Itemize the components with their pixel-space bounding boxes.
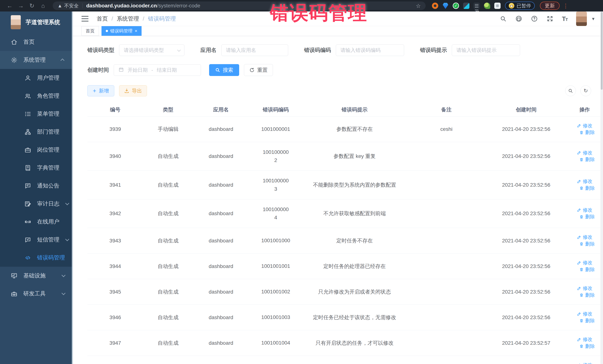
avatar-dropdown-caret-icon[interactable]: ▾ bbox=[592, 16, 594, 22]
back-icon[interactable]: ← bbox=[5, 2, 14, 9]
sidebar-item[interactable]: 角色管理 bbox=[0, 87, 73, 105]
sidebar-item[interactable]: 岗位管理 bbox=[0, 141, 73, 159]
col-hint: 错误码提示 bbox=[303, 103, 406, 116]
delete-link[interactable]: 删除 bbox=[579, 213, 595, 220]
sidebar-item[interactable]: 错误码管理 bbox=[0, 249, 73, 267]
search-icon[interactable] bbox=[500, 15, 507, 22]
filter-row-2: 创建时间 开始日期 - 结束日期 搜索 重置 bbox=[87, 64, 591, 76]
filter-time-label: 创建时间 bbox=[87, 66, 109, 74]
hamburger-icon[interactable] bbox=[81, 16, 89, 22]
sidebar-item[interactable]: 部门管理 bbox=[0, 123, 73, 141]
edit-link[interactable]: 修改 bbox=[577, 285, 592, 292]
address-bar[interactable]: ▲ 不安全 dashboard.yudao.iocoder.cn /system… bbox=[53, 1, 426, 10]
tab-error-code[interactable]: 错误码管理 × bbox=[102, 26, 141, 36]
extension-green-check-icon[interactable]: ✓ bbox=[453, 3, 459, 9]
delete-link[interactable]: 删除 bbox=[579, 241, 595, 247]
forward-icon[interactable]: → bbox=[16, 2, 26, 9]
sidebar-item[interactable]: 研发工具 bbox=[0, 285, 73, 303]
delete-link[interactable]: 删除 bbox=[579, 266, 595, 273]
add-button[interactable]: + 新增 bbox=[87, 85, 114, 96]
cell-hint: 定时任务的处理器已经存在 bbox=[303, 254, 406, 279]
sidebar-item[interactable]: 短信管理 bbox=[0, 231, 73, 249]
sidebar-item-label: 岗位管理 bbox=[37, 146, 59, 154]
sidebar-item-label: 审计日志 bbox=[37, 200, 59, 208]
sidebar-item[interactable]: 首页 bbox=[0, 33, 73, 51]
error-code-input[interactable]: 请输入错误码编码 bbox=[336, 44, 404, 56]
sidebar-item[interactable]: 审计日志 bbox=[0, 195, 73, 213]
extension-blue-drop-icon[interactable] bbox=[442, 3, 449, 9]
reload-icon[interactable]: ↻ bbox=[27, 2, 37, 9]
sidebar-item[interactable]: 基础设施 bbox=[0, 267, 73, 285]
extension-key-icon[interactable] bbox=[484, 3, 490, 9]
edit-link[interactable]: 修改 bbox=[577, 150, 592, 156]
search-button[interactable]: 搜索 bbox=[209, 64, 239, 76]
delete-link[interactable]: 删除 bbox=[579, 185, 595, 191]
sidebar-item[interactable]: 通知公告 bbox=[0, 177, 73, 195]
error-hint-input[interactable]: 请输入错误码提示 bbox=[452, 44, 520, 56]
cell-time: 2021-04-20 23:52:56 bbox=[486, 254, 566, 279]
edit-link[interactable]: 修改 bbox=[577, 336, 592, 343]
github-icon[interactable] bbox=[515, 15, 522, 22]
paused-extension-pill[interactable]: 已暂停 bbox=[505, 2, 535, 10]
cell-id: 3946 bbox=[87, 305, 143, 330]
browser-menu-kebab-icon[interactable]: ⋮ bbox=[563, 3, 568, 9]
export-button[interactable]: 导出 bbox=[119, 85, 147, 96]
bookmark-star-icon[interactable]: ☆ bbox=[416, 3, 421, 9]
cell-id: 3943 bbox=[87, 228, 143, 254]
edit-link[interactable]: 修改 bbox=[577, 122, 592, 129]
scrollbar-thumb[interactable] bbox=[601, 12, 603, 90]
sidebar-scrollbar[interactable] bbox=[72, 11, 73, 364]
filter-type-label: 错误码类型 bbox=[87, 46, 114, 54]
sidebar-item[interactable]: 在线用户 bbox=[0, 213, 73, 231]
delete-link[interactable]: 删除 bbox=[579, 318, 595, 324]
sidebar-item-label: 通知公告 bbox=[37, 182, 59, 190]
cell-type: 自动生成 bbox=[143, 199, 193, 228]
reset-button[interactable]: 重置 bbox=[244, 64, 273, 76]
cell-hint: 不允许获取敏感配置到前端 bbox=[303, 199, 406, 228]
window-scrollbar[interactable] bbox=[600, 11, 603, 364]
delete-link[interactable]: 删除 bbox=[579, 156, 595, 163]
error-type-select[interactable]: 请选择错误码类型 bbox=[119, 44, 185, 56]
logo-row[interactable]: 芋道管理系统 bbox=[0, 11, 73, 33]
breadcrumb-home[interactable]: 首页 bbox=[97, 15, 108, 22]
browser-update-button[interactable]: 更新 bbox=[540, 2, 560, 10]
cell-code: 1001001002 bbox=[249, 279, 303, 305]
cell-time: 2021-04-20 23:52:56 bbox=[486, 142, 566, 171]
fullscreen-icon[interactable] bbox=[546, 15, 554, 22]
sidebar-item[interactable]: 系统管理 bbox=[0, 51, 73, 69]
tab-close-icon[interactable]: × bbox=[135, 29, 137, 33]
delete-link[interactable]: 删除 bbox=[579, 292, 595, 298]
extension-list-icon[interactable]: on bbox=[474, 3, 480, 9]
breadcrumb-system[interactable]: 系统管理 bbox=[117, 15, 139, 22]
user-avatar[interactable] bbox=[576, 11, 587, 26]
sidebar-item[interactable]: 用户管理 bbox=[0, 69, 73, 87]
org-tree-icon bbox=[24, 129, 31, 135]
sidebar-item-label: 研发工具 bbox=[23, 290, 46, 298]
table-refresh-icon[interactable]: ↻ bbox=[580, 86, 591, 96]
delete-link[interactable]: 删除 bbox=[579, 343, 595, 350]
cell-id: 3948 bbox=[87, 356, 143, 364]
edit-link[interactable]: 修改 bbox=[577, 178, 592, 185]
cell-remark bbox=[406, 254, 486, 279]
app-name-input[interactable]: 请输入应用名 bbox=[221, 44, 288, 56]
edit-link[interactable]: 修改 bbox=[577, 259, 592, 266]
extensions-puzzle-icon[interactable] bbox=[494, 3, 500, 9]
edit-link[interactable]: 修改 bbox=[577, 207, 592, 213]
sidebar-item[interactable]: 字典管理 bbox=[0, 159, 73, 177]
cell-time: 2021-04-20 23:52:56 bbox=[486, 228, 566, 254]
table-search-toggle-icon[interactable] bbox=[565, 86, 576, 96]
cell-actions: 修改 删除 bbox=[566, 356, 603, 364]
edit-link[interactable]: 修改 bbox=[577, 311, 592, 317]
date-range-picker[interactable]: 开始日期 - 结束日期 bbox=[114, 64, 201, 76]
home-nav-icon[interactable]: ⌂ bbox=[38, 2, 48, 9]
sidebar-item[interactable]: 菜单管理 bbox=[0, 105, 73, 123]
extension-grid-icon[interactable] bbox=[463, 3, 469, 9]
tab-home[interactable]: 首页 bbox=[81, 26, 99, 36]
delete-link[interactable]: 删除 bbox=[579, 129, 595, 136]
help-icon[interactable] bbox=[531, 15, 538, 22]
font-size-icon[interactable]: TT bbox=[562, 15, 568, 22]
cell-app: dashboard bbox=[193, 254, 249, 279]
extension-orange-icon[interactable] bbox=[432, 3, 438, 9]
edit-link[interactable]: 修改 bbox=[577, 234, 592, 240]
edit-link[interactable]: 修改 bbox=[577, 362, 592, 364]
